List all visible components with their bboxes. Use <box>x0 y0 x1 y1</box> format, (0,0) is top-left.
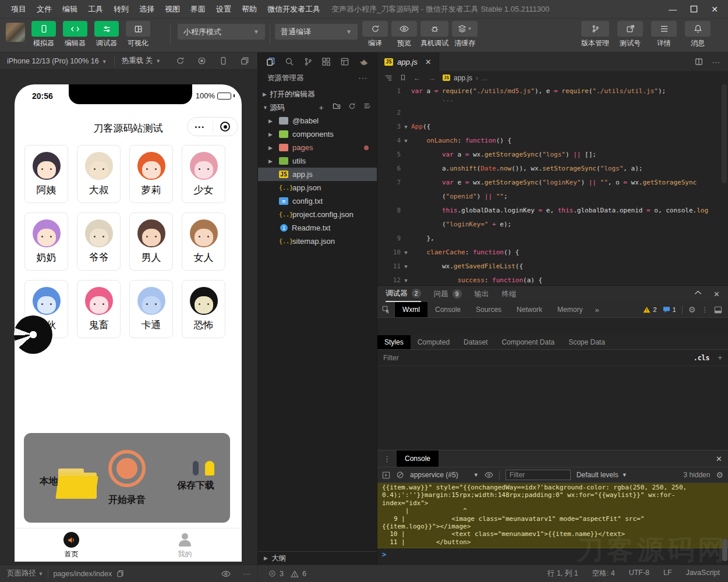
voice-card-少女[interactable]: 少女 <box>182 145 225 203</box>
tree-item-project.config.json[interactable]: {..}project.config.json <box>258 208 377 221</box>
styles-filter-input[interactable]: Filter <box>383 354 399 362</box>
log-levels-select[interactable]: Default levels▼ <box>577 471 627 479</box>
search-icon[interactable] <box>285 57 294 66</box>
floating-disc-icon[interactable] <box>14 315 52 354</box>
action-消息[interactable]: 消息 <box>685 21 711 48</box>
minimize-button[interactable]: — <box>664 2 681 16</box>
encoding[interactable]: UTF-8 <box>629 569 649 579</box>
voice-card-爷爷[interactable]: 爷爷 <box>77 212 121 271</box>
voice-card-鬼畜[interactable]: 鬼畜 <box>77 280 121 338</box>
maximize-button[interactable] <box>685 2 702 16</box>
styles-tab-Styles[interactable]: Styles <box>377 335 411 349</box>
voice-card-阿姨[interactable]: 阿姨 <box>24 145 68 203</box>
eye-icon[interactable] <box>221 570 231 577</box>
new-style-rule-icon[interactable]: + <box>718 353 722 362</box>
tree-section-open-editors[interactable]: ▶打开的编辑器 <box>258 87 377 101</box>
forward-icon[interactable]: → <box>429 74 436 82</box>
button-开始录音[interactable]: 开始录音 <box>93 433 161 523</box>
editor-scrollbar[interactable] <box>722 84 727 183</box>
wxml-tree-area[interactable] <box>377 318 728 335</box>
devtools-tab-Network[interactable]: Network <box>509 302 550 317</box>
styles-tab-Component Data[interactable]: Component Data <box>494 335 561 349</box>
voice-card-男人[interactable]: 男人 <box>129 212 173 271</box>
tree-section-source[interactable]: ▼源码＋ <box>258 101 377 114</box>
refresh-icon[interactable] <box>348 102 356 113</box>
new-folder-icon[interactable] <box>333 102 341 113</box>
language-mode[interactable]: JavaScript <box>686 569 720 579</box>
warning-count[interactable]: 2 <box>643 306 656 313</box>
console-filter-input[interactable]: Filter <box>506 470 571 480</box>
voice-card-奶奶[interactable]: 奶奶 <box>24 212 68 271</box>
code-editor[interactable]: 1var a = require("./utils/md5.js"), e = … <box>377 84 728 285</box>
minimize-app-button[interactable] <box>213 122 238 132</box>
devtools-tab-Wxml[interactable]: Wxml <box>395 302 427 317</box>
more-actions-icon[interactable]: ··· <box>243 570 251 578</box>
console-prompt-row[interactable]: > <box>377 548 728 561</box>
console-scrollbar[interactable] <box>722 539 727 561</box>
menu-微信开发者工具[interactable]: 微信开发者工具 <box>262 4 326 15</box>
statusbar-problems-zone[interactable]: 3 6 <box>257 565 377 582</box>
back-icon[interactable]: ← <box>414 74 420 82</box>
devtools-tab-Memory[interactable]: Memory <box>550 302 590 317</box>
tree-item-sitemap.json[interactable]: {..}sitemap.json <box>258 235 377 248</box>
multi-window-icon[interactable] <box>241 56 249 65</box>
breadcrumb-file[interactable]: JS app.js › ... <box>443 74 487 82</box>
console-output[interactable]: {{item.way}}" style="{{onchangedWay==idx… <box>377 483 728 566</box>
bookmark-icon[interactable] <box>400 74 407 81</box>
cursor-position[interactable]: 行 1, 列 1 <box>547 569 578 579</box>
menu-项目[interactable]: 项目 <box>6 4 31 15</box>
voice-card-卡通[interactable]: 卡通 <box>129 280 173 338</box>
kebab-menu-icon[interactable]: ⋮ <box>383 455 391 463</box>
page-path-select[interactable]: 页面路径 ▼ <box>7 569 43 579</box>
menu-转到[interactable]: 转到 <box>108 4 134 15</box>
teapot-icon[interactable] <box>359 57 369 66</box>
tree-item-config.txt[interactable]: ≡config.txt <box>258 194 377 208</box>
view-toggle-调试器[interactable]: 调试器 <box>93 21 120 48</box>
message-count[interactable]: 1 <box>663 306 676 313</box>
context-select[interactable]: appservice (#5)▼ <box>410 471 479 479</box>
tree-item-pages[interactable]: ▶pages <box>258 141 377 154</box>
compile-mode-select[interactable]: 普通编译▼ <box>275 24 358 40</box>
user-avatar[interactable] <box>6 23 25 42</box>
extensions-icon[interactable] <box>321 57 331 66</box>
console-tab[interactable]: Console <box>397 450 439 467</box>
tree-item-utils[interactable]: ▶utils <box>258 154 377 168</box>
collapse-panel-icon[interactable] <box>694 290 702 299</box>
tree-item-app.js[interactable]: JSapp.js <box>258 168 377 181</box>
eol[interactable]: LF <box>663 569 672 579</box>
source-control-icon[interactable] <box>303 57 313 66</box>
clear-console-icon[interactable] <box>396 471 404 479</box>
more-menu-button[interactable]: ••• <box>188 123 213 130</box>
action-真机调试[interactable]: 真机调试 <box>420 21 448 48</box>
styles-tab-Computed[interactable]: Computed <box>411 335 457 349</box>
device-select[interactable]: iPhone 12/13 (Pro) 100% 16▼ <box>7 57 107 65</box>
collapse-all-icon[interactable] <box>363 102 371 113</box>
button-本地文件[interactable]: 本地文件 <box>24 433 93 523</box>
menu-帮助[interactable]: 帮助 <box>236 4 262 15</box>
styles-tab-Dataset[interactable]: Dataset <box>457 335 494 349</box>
debugger-tab-问题[interactable]: 问题9 <box>434 286 462 302</box>
more-actions-icon[interactable]: ··· <box>359 74 368 82</box>
split-editor-icon[interactable] <box>695 58 703 66</box>
console-settings-gear-icon[interactable]: ⚙ <box>716 470 723 480</box>
mode-select[interactable]: 小程序模式▼ <box>178 24 265 40</box>
action-清缓存[interactable]: ▼清缓存 <box>452 21 478 48</box>
more-tabs-icon[interactable]: » <box>590 306 603 314</box>
action-编译[interactable]: 编译 <box>362 21 388 48</box>
settings-gear-icon[interactable]: ⚙ <box>688 305 696 314</box>
kebab-menu-icon[interactable]: ⋮ <box>702 306 709 314</box>
voice-card-女人[interactable]: 女人 <box>182 212 225 271</box>
tree-item-Readme.txt[interactable]: iReadme.txt <box>258 221 377 235</box>
devtools-tab-Console[interactable]: Console <box>427 302 468 317</box>
devtools-tab-Sources[interactable]: Sources <box>468 302 509 317</box>
outline-list-icon[interactable] <box>384 74 393 82</box>
app-tab-首页[interactable]: 首页 <box>15 528 128 562</box>
tree-item-app.json[interactable]: {..}app.json <box>258 181 377 194</box>
action-版本管理[interactable]: 版本管理 <box>581 21 609 48</box>
inspect-element-icon[interactable] <box>377 302 395 317</box>
tree-item-@babel[interactable]: ▶@babel <box>258 114 377 127</box>
voice-card-萝莉[interactable]: 萝莉 <box>129 145 173 203</box>
menu-工具[interactable]: 工具 <box>83 4 108 15</box>
refresh-icon[interactable] <box>176 56 185 65</box>
new-file-icon[interactable]: ＋ <box>317 102 325 113</box>
